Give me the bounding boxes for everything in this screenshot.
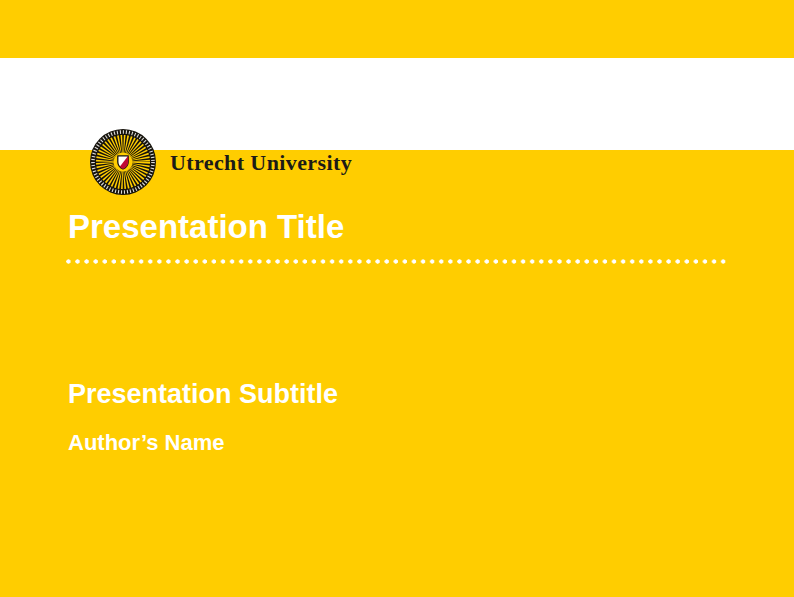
top-yellow-band <box>0 0 794 58</box>
author-name: Author’s Name <box>68 429 224 457</box>
dotted-separator <box>66 258 728 265</box>
title-slide: Utrecht University Presentation Title Pr… <box>0 0 794 597</box>
presentation-title: Presentation Title <box>68 206 344 247</box>
header-band: Utrecht University <box>0 58 794 150</box>
brand-wordmark: Utrecht University <box>170 150 352 176</box>
utrecht-university-seal-icon <box>89 128 157 196</box>
presentation-subtitle: Presentation Subtitle <box>68 378 338 412</box>
